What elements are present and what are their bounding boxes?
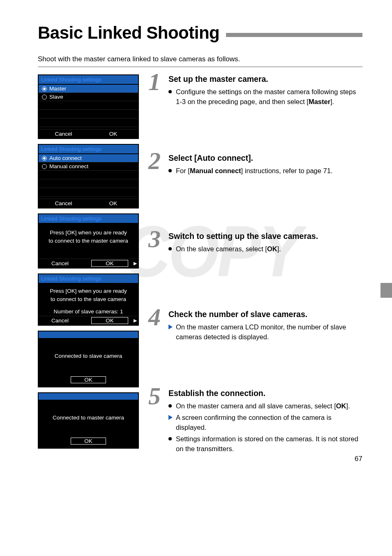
radio-on-icon: [42, 86, 47, 91]
screen4-ok: OK: [91, 317, 128, 324]
screen1-ok: OK: [88, 130, 138, 138]
step-5-bullet-2: A screen confirming the connection of th…: [168, 413, 362, 433]
intro-separator: [38, 67, 362, 67]
screen2-option-auto: Auto connect: [39, 154, 138, 162]
page-title: Basic Linked Shooting: [38, 23, 219, 43]
screen2-manual-label: Manual connect: [49, 163, 88, 169]
step-5-bullet-3: Settings information is stored on the ca…: [168, 434, 362, 454]
step-2: 2 Select [Auto connect]. For [Manual con…: [146, 153, 362, 224]
step-2-heading: Select [Auto connect].: [168, 153, 362, 163]
title-rule: [226, 33, 362, 37]
step-4-heading: Check the number of slave cameras.: [168, 310, 362, 319]
screen6-msg: Connected to master camera: [43, 414, 134, 422]
right-arrow-icon: ▶: [132, 318, 138, 323]
radio-off-icon: [42, 164, 47, 169]
step-4: 4 Check the number of slave cameras. On …: [146, 310, 362, 381]
step-3-bullet-1: On the slave cameras, select [OK].: [168, 244, 362, 254]
camera-screen-2: Linked Shooting settings Auto connect Ma…: [38, 144, 139, 208]
step-5-number: 5: [146, 387, 163, 456]
camera-screen-4: Linked Shooting settings Press [OK] when…: [38, 273, 139, 326]
screen4-cancel: Cancel: [39, 316, 81, 325]
camera-screen-6: Connected to master camera OK: [38, 392, 139, 449]
step-1: 1 Set up the master camera. Configure th…: [146, 74, 362, 146]
side-thumb-tab: [380, 283, 392, 298]
screen5-ok: OK: [71, 376, 106, 383]
screenshot-column: Linked Shooting settings Master Slave Ca…: [38, 74, 139, 463]
screen3-ok: OK: [91, 260, 128, 267]
screen1-option-slave: Slave: [39, 93, 138, 101]
step-4-number: 4: [146, 308, 163, 381]
camera-screen-5: Connected to slave camera OK: [38, 331, 139, 387]
step-5: 5 Establish the connection. On the maste…: [146, 389, 362, 456]
screen1-filler: [39, 101, 138, 129]
screen4-line3: Number of slave cameras: 1: [43, 308, 134, 316]
step-4-bullet-1: On the master camera LCD monitor, the nu…: [168, 322, 362, 342]
screen4-line2: to connect to the slave camera: [43, 295, 134, 303]
screen1-cancel: Cancel: [39, 130, 88, 138]
steps-column: 1 Set up the master camera. Configure th…: [146, 74, 362, 463]
screen5-msg: Connected to slave camera: [43, 352, 134, 360]
screen3-line2: to connect to the master camera: [43, 237, 134, 245]
step-3: 3 Switch to setting up the slave cameras…: [146, 232, 362, 302]
step-3-number: 3: [146, 230, 163, 302]
screen2-ok: OK: [88, 199, 138, 208]
step-5-heading: Establish the connection.: [168, 389, 362, 398]
screen6-topbar: [39, 393, 138, 400]
step-2-bullet-1: For [Manual connect] instructions, refer…: [168, 166, 362, 176]
screen2-auto-label: Auto connect: [49, 155, 82, 161]
screen2-header: Linked Shooting settings: [39, 145, 138, 153]
step-5-bullet-1: On the master camera and all slave camer…: [168, 401, 362, 411]
screen2-filler: [39, 171, 138, 199]
screen5-topbar: [39, 331, 138, 338]
camera-screen-3: Linked Shooting settings Press [OK] when…: [38, 213, 139, 269]
screen3-line1: Press [OK] when you are ready: [43, 229, 134, 237]
screen1-master-label: Master: [49, 86, 66, 92]
screen4-header: Linked Shooting settings: [39, 274, 138, 283]
screen2-option-manual: Manual connect: [39, 162, 138, 171]
radio-on-icon: [42, 156, 47, 161]
screen2-cancel: Cancel: [39, 199, 88, 208]
step-1-heading: Set up the master camera.: [168, 74, 362, 84]
screen4-line1: Press [OK] when you are ready: [43, 287, 134, 295]
screen1-header: Linked Shooting settings: [39, 75, 138, 84]
step-3-heading: Switch to setting up the slave cameras.: [168, 232, 362, 241]
screen3-header: Linked Shooting settings: [39, 214, 138, 223]
step-1-bullet-1: Configure the settings on the master cam…: [168, 87, 362, 107]
right-arrow-icon: ▶: [132, 261, 138, 266]
radio-off-icon: [42, 95, 47, 100]
step-1-number: 1: [146, 73, 163, 146]
screen1-slave-label: Slave: [49, 94, 63, 100]
camera-screen-1: Linked Shooting settings Master Slave Ca…: [38, 74, 139, 139]
step-2-number: 2: [146, 152, 163, 224]
screen3-cancel: Cancel: [39, 259, 81, 268]
intro-text: Shoot with the master camera linked to s…: [38, 55, 362, 63]
screen6-ok: OK: [71, 438, 106, 445]
screen1-option-master: Master: [39, 85, 138, 93]
